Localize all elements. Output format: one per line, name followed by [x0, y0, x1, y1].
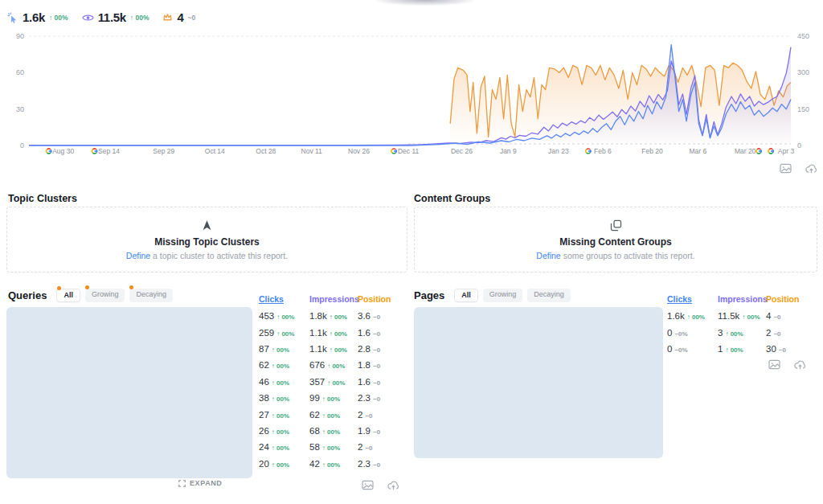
- clicks-cell: 87↑ 00%: [259, 341, 309, 355]
- column-header-impressions[interactable]: Impressions: [718, 294, 768, 304]
- table-row[interactable]: 62↑ 00%676↑ 00%1.8~0: [259, 356, 406, 372]
- clicks-cell: 259↑ 00%: [259, 325, 309, 339]
- queries-table: 453↑ 00%1.8k↑ 00%3.6~0259↑ 00%1.1k↑ 00%1…: [259, 307, 406, 471]
- column-header-position[interactable]: Position: [358, 294, 391, 304]
- pages-filter-tabs: AllGrowingDecaying: [454, 289, 571, 302]
- define-link[interactable]: Define: [126, 251, 150, 260]
- queries-redacted-list: [6, 307, 252, 478]
- clicks-delta: ↑ 00%: [49, 14, 68, 22]
- google-update-icon: [586, 150, 587, 153]
- clicks-cell: 1.6k↑ 00%: [667, 308, 718, 322]
- table-row[interactable]: 26↑ 00%68↑ 00%1.9~0: [259, 422, 406, 438]
- google-update-icon: [47, 153, 51, 154]
- cloud-export-icon[interactable]: [805, 163, 817, 174]
- svg-text:Nov 11: Nov 11: [301, 147, 323, 155]
- table-row[interactable]: 259↑ 00%1.1k↑ 00%1.6~0: [259, 323, 406, 339]
- table-row[interactable]: 24↑ 00%58↑ 00%2~0: [259, 438, 406, 454]
- table-row[interactable]: 0~0%1↑ 00%30~0: [667, 340, 814, 356]
- google-update-icon: [587, 153, 590, 154]
- svg-text:Dec 11: Dec 11: [398, 147, 420, 155]
- google-update-icon: [47, 149, 51, 150]
- notification-dot: [57, 286, 61, 290]
- impressions-cell: 58↑ 00%: [309, 439, 358, 453]
- topic-clusters-empty-state: Missing Topic Clusters Define a topic cl…: [6, 207, 407, 272]
- svg-text:Sep 29: Sep 29: [153, 147, 174, 155]
- column-header-clicks[interactable]: Clicks: [259, 294, 284, 304]
- image-export-icon[interactable]: [768, 359, 780, 370]
- table-row[interactable]: 27↑ 00%62↑ 00%2~0: [259, 405, 406, 421]
- position-cell: 2.8~0: [358, 341, 406, 355]
- tab-growing[interactable]: Growing: [85, 289, 125, 302]
- queries-header: Queries AllGrowingDecaying: [8, 287, 173, 303]
- tab-all[interactable]: All: [454, 289, 478, 302]
- google-update-icon: [769, 149, 772, 150]
- table-row[interactable]: 0~0%3↑ 00%2~0: [667, 323, 814, 339]
- svg-text:Mar 20: Mar 20: [735, 147, 756, 155]
- google-update-icon: [768, 150, 769, 153]
- impressions-metric[interactable]: 11.5k ↑ 00%: [82, 10, 149, 24]
- empty-state-text: some groups to activate this report.: [561, 251, 695, 260]
- position-cell: 1.9~0: [358, 423, 406, 437]
- position-cell: 2.3~0: [358, 390, 406, 404]
- impressions-delta: ↑ 00%: [130, 14, 149, 22]
- tab-decaying[interactable]: Decaying: [129, 289, 173, 302]
- tab-growing[interactable]: Growing: [483, 289, 523, 302]
- cloud-export-icon[interactable]: [387, 480, 399, 490]
- topic-clusters-title: Topic Clusters: [8, 193, 77, 204]
- svg-text:Nov 26: Nov 26: [348, 147, 370, 155]
- cloud-export-icon[interactable]: [794, 359, 806, 370]
- image-export-icon[interactable]: [780, 163, 792, 174]
- image-export-icon[interactable]: [362, 480, 374, 490]
- table-row[interactable]: 20↑ 00%42↑ 00%2.3~0: [259, 455, 406, 471]
- navigation-arrow-icon: [200, 219, 214, 232]
- clicks-metric[interactable]: 1.6k ↑ 00%: [7, 10, 68, 24]
- svg-text:30: 30: [16, 105, 24, 113]
- svg-text:Aug 30: Aug 30: [52, 147, 74, 155]
- impressions-cell: 357↑ 00%: [309, 374, 358, 388]
- position-cell: 2~0: [766, 325, 814, 339]
- table-row[interactable]: 38↑ 00%99↑ 00%2.3~0: [259, 389, 406, 405]
- clicks-cell: 27↑ 00%: [259, 407, 309, 421]
- svg-text:Feb 6: Feb 6: [594, 147, 612, 155]
- svg-text:Mar 6: Mar 6: [689, 147, 706, 155]
- empty-state-title: Missing Topic Clusters: [154, 236, 259, 248]
- impressions-value: 11.5k: [98, 10, 126, 24]
- impressions-cell: 1.1k↑ 00%: [309, 341, 358, 355]
- column-header-impressions[interactable]: Impressions: [309, 294, 359, 304]
- position-delta: ~0: [188, 14, 196, 22]
- position-cell: 30~0: [766, 341, 814, 355]
- clicks-cell: 0~0%: [667, 341, 718, 355]
- tab-all[interactable]: All: [56, 289, 80, 302]
- notification-dot: [85, 285, 89, 289]
- empty-state-title: Missing Content Groups: [559, 236, 671, 248]
- position-cell: 1.8~0: [358, 357, 406, 371]
- google-update-icon: [47, 150, 47, 153]
- table-row[interactable]: 1.6k↑ 00%11.5k↑ 00%4~0: [667, 307, 814, 323]
- column-header-clicks[interactable]: Clicks: [667, 294, 692, 304]
- impressions-cell: 11.5k↑ 00%: [718, 308, 766, 322]
- expand-button[interactable]: EXPAND: [178, 479, 222, 487]
- pages-title: Pages: [414, 289, 444, 301]
- performance-chart[interactable]: 90603004503001500Aug 30Sep 14Sep 29Oct 1…: [0, 31, 823, 161]
- table-row[interactable]: 46↑ 00%357↑ 00%1.6~0: [259, 373, 406, 389]
- svg-text:60: 60: [16, 68, 24, 76]
- define-link[interactable]: Define: [536, 251, 560, 260]
- position-metric[interactable]: 4 ~0: [162, 10, 195, 24]
- svg-text:90: 90: [16, 32, 24, 40]
- google-update-icon: [757, 153, 760, 154]
- impressions-cell: 42↑ 00%: [309, 456, 358, 470]
- table-row[interactable]: 87↑ 00%1.1k↑ 00%2.8~0: [259, 340, 406, 356]
- clicks-cell: 26↑ 00%: [259, 423, 309, 437]
- clicks-cell: 453↑ 00%: [259, 308, 309, 322]
- impressions-cell: 62↑ 00%: [309, 407, 358, 421]
- tab-decaying[interactable]: Decaying: [527, 289, 571, 302]
- table-row[interactable]: 453↑ 00%1.8k↑ 00%3.6~0: [259, 307, 406, 323]
- position-cell: 2.3~0: [358, 456, 406, 470]
- column-header-position[interactable]: Position: [766, 294, 799, 304]
- clicks-cell: 0~0%: [667, 325, 718, 339]
- clicks-cell: 20↑ 00%: [259, 456, 309, 470]
- google-update-icon: [587, 149, 590, 150]
- position-cell: 1.6~0: [358, 325, 406, 339]
- svg-text:Jan 9: Jan 9: [500, 147, 517, 155]
- pages-actions: [768, 359, 806, 370]
